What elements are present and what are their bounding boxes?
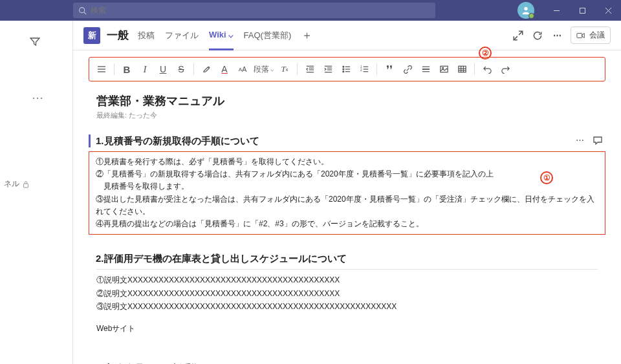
section-more-icon[interactable]: ⋯ bbox=[576, 135, 585, 147]
table-button[interactable] bbox=[453, 61, 470, 78]
tab-files[interactable]: ファイル bbox=[165, 21, 199, 50]
clear-format-button[interactable]: Tx bbox=[276, 61, 293, 78]
tab-wiki[interactable]: Wiki⌵ bbox=[209, 21, 234, 50]
section-1-line: ②「見積番号」の新規取得する場合は、共有フォルダ内にある「2020年度・見積番号… bbox=[96, 168, 598, 180]
page-title[interactable]: 営業部・業務マニュアル bbox=[96, 93, 605, 109]
svg-line-1 bbox=[84, 12, 86, 14]
channel-header: 新 一般 投稿 ファイル Wiki⌵ FAQ(営業部) ＋ ⋯ 会議 bbox=[73, 21, 621, 50]
team-badge[interactable]: 新 bbox=[83, 27, 100, 44]
strike-button[interactable]: S bbox=[173, 61, 190, 78]
lock-icon bbox=[22, 180, 30, 188]
underline-button[interactable]: U bbox=[155, 61, 171, 78]
section-1-title[interactable]: 1.見積番号の新規取得の手順について bbox=[96, 135, 576, 147]
indent-button[interactable] bbox=[320, 61, 336, 78]
chevron-down-icon: ⌵ bbox=[228, 30, 234, 39]
page-last-edit: 最終編集: たった今 bbox=[96, 111, 605, 120]
wiki-content: 営業部・業務マニュアル 最終編集: たった今 1.見積番号の新規取得の手順につい… bbox=[73, 81, 621, 364]
svg-point-22 bbox=[342, 71, 343, 72]
svg-point-35 bbox=[442, 67, 443, 69]
left-rail: ⋯ ネル bbox=[0, 21, 73, 364]
svg-point-0 bbox=[80, 7, 85, 12]
tab-posts[interactable]: 投稿 bbox=[138, 21, 155, 50]
section-2-line: ①説明文XXXXXXXXXXXXXXXXXXXXXXXXXXXXXXXXXXXX… bbox=[96, 273, 598, 286]
bullet-list-button[interactable] bbox=[338, 61, 354, 78]
redo-button[interactable] bbox=[497, 61, 514, 78]
refresh-icon[interactable] bbox=[532, 30, 543, 41]
image-button[interactable] bbox=[435, 61, 452, 78]
italic-button[interactable]: I bbox=[136, 61, 153, 78]
highlight-button[interactable] bbox=[198, 61, 215, 78]
header-more-icon[interactable]: ⋯ bbox=[551, 30, 563, 41]
add-tab-button[interactable]: ＋ bbox=[301, 28, 312, 43]
section-1-line: 見積番号を取得します。 bbox=[96, 180, 598, 193]
section-active-bar bbox=[89, 134, 91, 147]
section-1-line: ①見積書を発行する際は、必ず「見積番号」を取得してください。 bbox=[96, 156, 598, 168]
search-input[interactable] bbox=[91, 6, 430, 15]
number-list-button[interactable]: 12 bbox=[356, 61, 373, 78]
section-2-link[interactable]: Webサイト bbox=[96, 322, 598, 335]
callout-1: ① bbox=[540, 171, 553, 184]
font-size-button[interactable]: AA bbox=[234, 61, 251, 78]
presence-indicator bbox=[528, 13, 534, 19]
search-box[interactable] bbox=[73, 3, 435, 18]
camera-icon bbox=[576, 32, 585, 39]
callout-2: ② bbox=[479, 47, 492, 59]
section-2-body[interactable]: ①説明文XXXXXXXXXXXXXXXXXXXXXXXXXXXXXXXXXXXX… bbox=[89, 270, 605, 339]
paragraph-dropdown[interactable]: 段落⌵ bbox=[252, 64, 275, 75]
hr-button[interactable] bbox=[417, 61, 434, 78]
rail-more-icon[interactable]: ⋯ bbox=[32, 91, 44, 105]
svg-text:2: 2 bbox=[360, 69, 362, 72]
close-button[interactable] bbox=[595, 0, 621, 21]
maximize-button[interactable] bbox=[569, 0, 595, 21]
meet-button[interactable]: 会議 bbox=[571, 27, 611, 44]
section-2-title[interactable]: 2.評価用デモ機の在庫表と貸し出しスケジュールについて bbox=[96, 253, 605, 265]
bold-button[interactable]: B bbox=[118, 61, 135, 78]
rail-lock-row: ネル bbox=[0, 178, 72, 189]
svg-rect-4 bbox=[580, 8, 585, 13]
section-2-line: ③説明文XXXXXXXXXXXXXXXXXXXXXXXXXXXXXXXXXXXX… bbox=[96, 300, 598, 313]
svg-point-2 bbox=[524, 7, 527, 10]
svg-rect-7 bbox=[24, 184, 28, 187]
section-1-line: ④再見積の提出などの場合は「見積番号」に「#2、#3」の形で、バージョンを記載す… bbox=[96, 218, 598, 230]
svg-point-20 bbox=[342, 66, 343, 67]
hamburger-icon[interactable] bbox=[93, 61, 110, 78]
avatar[interactable] bbox=[518, 2, 534, 19]
title-bar bbox=[0, 0, 621, 21]
link-button[interactable] bbox=[399, 61, 416, 78]
section-1-body[interactable]: ① ①見積書を発行する際は、必ず「見積番号」を取得してください。 ②「見積番号」… bbox=[89, 151, 605, 235]
section-2-line: ②説明文XXXXXXXXXXXXXXXXXXXXXXXXXXXXXXXXXXXX… bbox=[96, 287, 598, 300]
svg-rect-36 bbox=[458, 66, 465, 72]
font-color-button[interactable]: A bbox=[216, 61, 233, 78]
expand-icon[interactable] bbox=[512, 30, 524, 41]
filter-icon[interactable] bbox=[26, 32, 44, 50]
quote-button[interactable]: ❜❜ bbox=[381, 61, 398, 78]
svg-rect-8 bbox=[577, 33, 582, 37]
conversation-icon[interactable] bbox=[593, 135, 603, 147]
undo-button[interactable] bbox=[479, 61, 496, 78]
format-toolbar: B I U S A AA 段落⌵ Tx 12 ❜❜ bbox=[89, 57, 605, 81]
chevron-down-icon: ⌵ bbox=[270, 66, 274, 72]
channel-name: 一般 bbox=[107, 28, 129, 43]
section-1-line: ③提出した見積書が受注となった場合は、共有フォルダ内にある「2020年度・見積番… bbox=[96, 193, 598, 218]
minimize-button[interactable] bbox=[543, 0, 569, 21]
outdent-button[interactable] bbox=[301, 61, 318, 78]
tab-faq[interactable]: FAQ(営業部) bbox=[244, 21, 292, 50]
search-icon bbox=[78, 6, 87, 15]
svg-point-21 bbox=[342, 69, 343, 70]
rail-lock-label: ネル bbox=[4, 178, 19, 189]
